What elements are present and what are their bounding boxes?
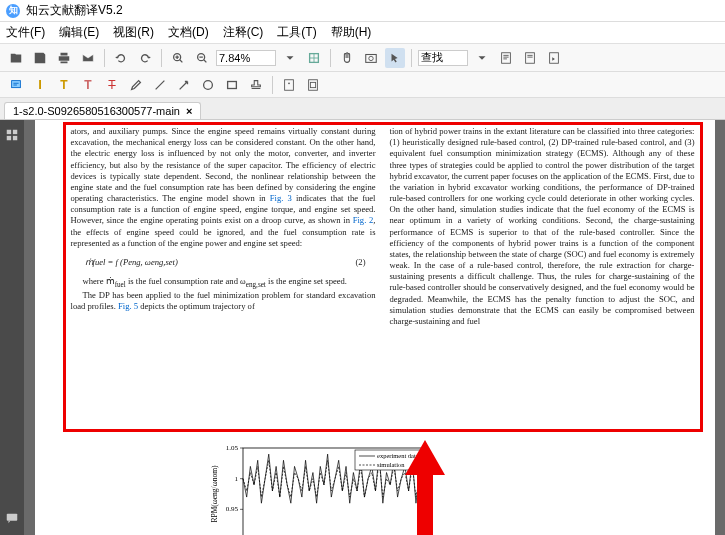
search-select[interactable] <box>418 50 468 66</box>
workspace: ators, and auxiliary pumps. Since the en… <box>0 120 725 535</box>
thumbnails-button[interactable] <box>3 126 21 144</box>
rect-tool-button[interactable] <box>222 75 242 95</box>
svg-point-12 <box>288 82 290 84</box>
app-icon: 知 <box>6 4 20 18</box>
zoom-in-button[interactable] <box>168 48 188 68</box>
toolbar-annotate: I T T T <box>0 72 725 98</box>
svg-text:1: 1 <box>234 475 238 483</box>
body-text: ators, and auxiliary pumps. Since the en… <box>71 126 376 203</box>
rotate-left-button[interactable] <box>111 48 131 68</box>
pdf-page: ators, and auxiliary pumps. Since the en… <box>35 120 715 535</box>
text-columns: ators, and auxiliary pumps. Since the en… <box>71 126 695 327</box>
fig2-link[interactable]: Fig. 2 <box>353 215 374 225</box>
email-button[interactable] <box>78 48 98 68</box>
text-select-button[interactable]: I <box>30 75 50 95</box>
body-text: where ṁ <box>83 276 115 286</box>
tab-label: 1-s2.0-S0926580516300577-main <box>13 105 180 117</box>
body-text: is the engine set speed. <box>266 276 347 286</box>
arrow-tool-button[interactable] <box>174 75 194 95</box>
svg-point-4 <box>369 56 373 60</box>
document-tab[interactable]: 1-s2.0-S0926580516300577-main × <box>4 102 201 119</box>
toolbar-main <box>0 44 725 72</box>
svg-rect-19 <box>7 514 18 521</box>
attach-button[interactable] <box>279 75 299 95</box>
separator <box>104 49 105 67</box>
svg-rect-16 <box>13 130 17 134</box>
page-next-button[interactable] <box>520 48 540 68</box>
hand-tool-button[interactable] <box>337 48 357 68</box>
tab-close-button[interactable]: × <box>186 105 192 117</box>
separator <box>411 49 412 67</box>
menubar: 文件(F) 编辑(E) 视图(R) 文档(D) 注释(C) 工具(T) 帮助(H… <box>0 22 725 44</box>
engine-speed-chart: 00.20.40.60.810.90.9511.05experiment dat… <box>205 440 435 535</box>
highlight-button[interactable]: T <box>54 75 74 95</box>
zoom-out-button[interactable] <box>192 48 212 68</box>
svg-rect-7 <box>550 52 559 63</box>
app-title: 知云文献翻译V5.2 <box>26 2 123 19</box>
circle-tool-button[interactable] <box>198 75 218 95</box>
menu-tools[interactable]: 工具(T) <box>277 24 316 41</box>
snapshot-button[interactable] <box>361 48 381 68</box>
print-button[interactable] <box>54 48 74 68</box>
svg-rect-3 <box>366 54 377 62</box>
pencil-tool-button[interactable] <box>126 75 146 95</box>
svg-text:0.95: 0.95 <box>225 505 238 513</box>
fit-page-button[interactable] <box>304 48 324 68</box>
open-button[interactable] <box>6 48 26 68</box>
strikeout-button[interactable]: T <box>102 75 122 95</box>
body-text: tion of hybrid power trains in the extan… <box>390 126 695 326</box>
text-tool-button[interactable]: T <box>78 75 98 95</box>
subscript: eng,set <box>246 281 266 289</box>
menu-edit[interactable]: 编辑(E) <box>59 24 99 41</box>
svg-rect-15 <box>7 130 11 134</box>
tabbar: 1-s2.0-S0926580516300577-main × <box>0 98 725 120</box>
annotation-arrow <box>405 440 445 535</box>
menu-document[interactable]: 文档(D) <box>168 24 209 41</box>
menu-help[interactable]: 帮助(H) <box>331 24 372 41</box>
svg-rect-10 <box>228 81 237 88</box>
select-tool-button[interactable] <box>385 48 405 68</box>
sidebar <box>0 120 24 535</box>
svg-rect-11 <box>285 79 294 90</box>
equation: ṁfuel = f (Peng, ωeng,set) <box>85 257 178 268</box>
svg-rect-5 <box>502 52 511 63</box>
goto-page-button[interactable] <box>544 48 564 68</box>
svg-rect-18 <box>13 136 17 140</box>
menu-file[interactable]: 文件(F) <box>6 24 45 41</box>
left-column: ators, and auxiliary pumps. Since the en… <box>71 126 376 327</box>
page-prev-button[interactable] <box>496 48 516 68</box>
zoom-select[interactable] <box>216 50 276 66</box>
svg-rect-14 <box>310 82 315 87</box>
svg-rect-6 <box>526 52 535 63</box>
comments-button[interactable] <box>3 509 21 527</box>
svg-text:RPM(ωeng/ωnom): RPM(ωeng/ωnom) <box>210 465 219 522</box>
note-tool-button[interactable] <box>6 75 26 95</box>
menu-annotate[interactable]: 注释(C) <box>223 24 264 41</box>
svg-rect-8 <box>12 80 21 87</box>
equation-line: ṁfuel = f (Peng, ωeng,set) (2) <box>71 257 376 268</box>
search-dropdown-button[interactable] <box>472 48 492 68</box>
menu-view[interactable]: 视图(R) <box>113 24 154 41</box>
body-text: depicts the optimum trajectory of <box>138 301 255 311</box>
titlebar: 知 知云文献翻译V5.2 <box>0 0 725 22</box>
separator <box>161 49 162 67</box>
rotate-right-button[interactable] <box>135 48 155 68</box>
stamp-tool-button[interactable] <box>246 75 266 95</box>
svg-point-9 <box>204 80 213 89</box>
svg-rect-17 <box>7 136 11 140</box>
document-area[interactable]: ators, and auxiliary pumps. Since the en… <box>24 120 725 535</box>
save-button[interactable] <box>30 48 50 68</box>
subscript: fuel <box>115 281 126 289</box>
line-tool-button[interactable] <box>150 75 170 95</box>
fig3-link[interactable]: Fig. 3 <box>270 193 292 203</box>
link-button[interactable] <box>303 75 323 95</box>
svg-text:1.05: 1.05 <box>225 444 238 452</box>
separator <box>272 76 273 94</box>
svg-text:simulation: simulation <box>377 461 405 468</box>
fig5-link[interactable]: Fig. 5 <box>118 301 138 311</box>
separator <box>330 49 331 67</box>
body-text: is the fuel consumption rate and ω <box>126 276 246 286</box>
equation-number: (2) <box>355 257 365 268</box>
right-column: tion of hybrid power trains in the extan… <box>390 126 695 327</box>
zoom-dropdown-button[interactable] <box>280 48 300 68</box>
